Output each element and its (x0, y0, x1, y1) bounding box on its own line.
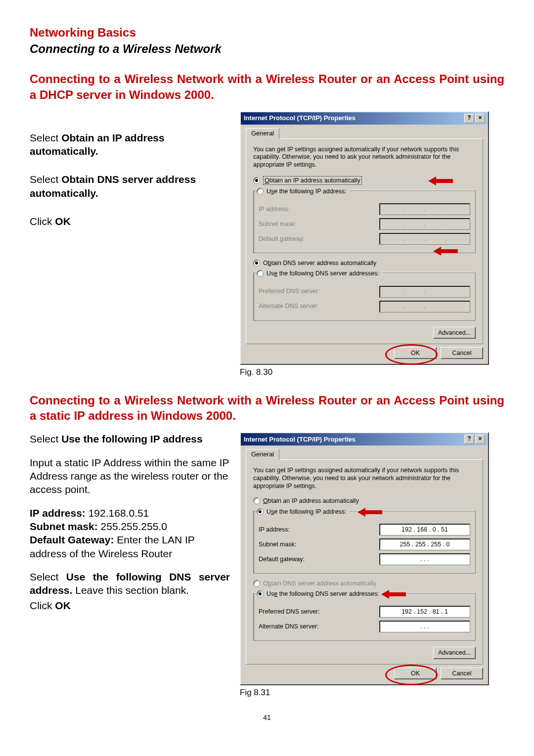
page-number: 41 (30, 713, 504, 722)
section1-heading: Connecting to a Wireless Network with a … (30, 71, 504, 102)
dialog-info: You can get IP settings assigned automat… (253, 146, 476, 169)
dialog-titlebar[interactable]: Internet Protocol (TCP/IP) Properties ? … (241, 112, 488, 125)
svg-marker-1 (433, 247, 458, 256)
label-subnet: Subnet mask: (259, 540, 296, 548)
radio-obtain-ip[interactable] (253, 497, 260, 504)
dialog-title: Internet Protocol (TCP/IP) Properties (244, 436, 356, 444)
s1-step3b: OK (55, 216, 71, 227)
alt-dns-input: ... (379, 301, 470, 312)
section1-instructions: Select Obtain an IP address automaticall… (30, 111, 230, 243)
s2-p6c: Leave this section blank. (72, 584, 189, 596)
ip-address-input[interactable]: 192 . 168 . 0 . 51 (379, 524, 470, 535)
arrow-icon (357, 508, 382, 517)
cancel-button[interactable]: Cancel (441, 347, 483, 359)
dialog-info: You can get IP settings assigned automat… (253, 467, 476, 490)
radio-obtain-ip[interactable] (253, 177, 260, 184)
arrow-icon (381, 590, 406, 599)
s2-p1b: Use the following IP address (61, 433, 203, 445)
s2-p6a: Select (30, 571, 66, 582)
radio-use-ip[interactable] (257, 508, 264, 515)
help-button[interactable]: ? (464, 435, 474, 444)
label-subnet: Subnet mask: (259, 220, 296, 228)
arrow-icon (428, 177, 453, 185)
svg-marker-2 (357, 508, 382, 517)
radio-obtain-dns[interactable] (253, 580, 260, 587)
section2-heading: Connecting to a Wireless Network with a … (30, 393, 504, 423)
label-obtain-dns: Obtain DNS server address automatically (263, 579, 376, 587)
arrow-icon (433, 247, 458, 256)
dialog-title: Internet Protocol (TCP/IP) Properties (244, 114, 356, 123)
label-pref-dns: Preferred DNS server: (259, 608, 320, 616)
ok-button[interactable]: OK (394, 667, 437, 679)
label-ip-address: IP address: (259, 205, 290, 213)
gateway-input: ... (379, 233, 470, 245)
s1-step3a: Click (30, 216, 55, 227)
pref-dns-input[interactable]: 192 . 152 . 81 . 1 (379, 606, 470, 618)
label-ip-address: IP address: (259, 526, 290, 534)
dialog-titlebar[interactable]: Internet Protocol (TCP/IP) Properties ? … (241, 433, 488, 445)
subnet-input[interactable]: 255 . 255 . 255 . 0 (379, 538, 470, 550)
label-use-dns: Use the following DNS server addresses: (267, 590, 379, 598)
s2-p4b: 255.255.255.0 (101, 521, 167, 532)
label-gateway: Default gateway: (259, 555, 305, 563)
section2-instructions: Select Use the following IP address Inpu… (30, 432, 230, 612)
gateway-input[interactable]: . . . (379, 553, 470, 565)
cancel-button[interactable]: Cancel (441, 667, 483, 679)
label-use-ip: Use the following IP address: (267, 508, 347, 516)
svg-marker-3 (381, 590, 406, 599)
label-use-dns: Use the following DNS server addresses: (267, 269, 379, 277)
figure-caption-1: Fig. 8.30 (240, 367, 272, 378)
radio-use-ip[interactable] (257, 188, 264, 195)
radio-use-dns[interactable] (257, 270, 264, 277)
s1-step1a: Select (30, 132, 61, 143)
advanced-button[interactable]: Advanced... (433, 647, 476, 659)
general-tab[interactable]: General (246, 128, 279, 139)
s2-p4a: Subnet mask: (30, 521, 101, 532)
ip-address-input: ... (379, 203, 470, 215)
s2-p3b: 192.168.0.51 (89, 507, 149, 519)
figure-caption-2: Fig 8.31 (240, 687, 270, 698)
doc-title: Networking Basics (30, 25, 504, 40)
ok-button[interactable]: OK (394, 347, 437, 359)
s2-p2: Input a static IP Address within the sam… (30, 456, 230, 496)
label-obtain-ip: Obtain an IP address automatically (263, 176, 362, 185)
close-button[interactable]: × (475, 114, 485, 123)
label-pref-dns: Preferred DNS server: (259, 287, 320, 295)
close-button[interactable]: × (475, 435, 485, 444)
s2-p3a: IP address: (30, 507, 89, 519)
label-gateway: Default gateway: (259, 235, 305, 243)
s2-p5a: Default Gateway: (30, 534, 117, 545)
pref-dns-input: ... (379, 286, 470, 298)
radio-use-dns[interactable] (257, 590, 264, 597)
alt-dns-input[interactable]: . . . (379, 621, 470, 632)
subnet-input: ... (379, 218, 470, 230)
advanced-button[interactable]: Advanced... (433, 327, 476, 339)
s1-step2a: Select (30, 174, 61, 185)
svg-marker-0 (428, 177, 453, 185)
help-button[interactable]: ? (464, 114, 474, 123)
s2-p7a: Click (30, 600, 55, 611)
label-obtain-ip: Obtain an IP address automatically (263, 497, 359, 505)
label-alt-dns: Alternate DNS server: (259, 302, 319, 310)
tcpip-dialog-2: Internet Protocol (TCP/IP) Properties ? … (240, 432, 489, 685)
label-alt-dns: Alternate DNS server: (259, 623, 319, 630)
label-use-ip: Use the following IP address: (267, 187, 347, 195)
general-tab[interactable]: General (246, 449, 279, 460)
tcpip-dialog-1: Internet Protocol (TCP/IP) Properties ? … (240, 111, 489, 365)
s2-p1a: Select (30, 433, 61, 445)
label-obtain-dns: Obtain DNS server address automatically (263, 259, 376, 267)
radio-obtain-dns[interactable] (253, 260, 260, 267)
doc-subtitle: Connecting to a Wireless Network (30, 41, 504, 56)
s2-p7b: OK (55, 600, 71, 611)
